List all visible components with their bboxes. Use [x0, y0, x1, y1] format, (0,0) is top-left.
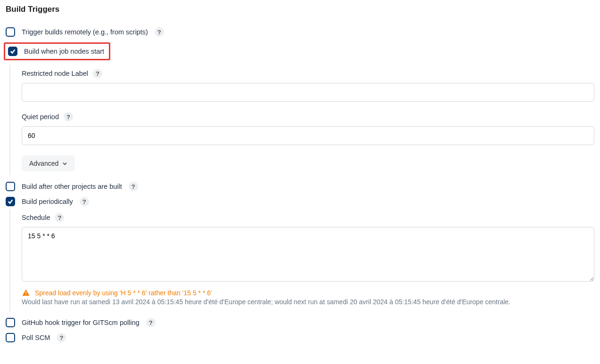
quiet-period-row: Quiet period ? — [22, 112, 594, 121]
trigger-github-hook-row: GitHub hook trigger for GITScm polling ? — [6, 318, 594, 327]
chevron-down-icon — [62, 161, 67, 166]
schedule-label: Schedule — [22, 214, 50, 221]
schedule-info: Would last have run at samedi 13 avril 2… — [22, 298, 594, 306]
trigger-poll-scm-label: Poll SCM — [22, 334, 50, 341]
advanced-button[interactable]: Advanced — [22, 155, 75, 171]
schedule-warning: Spread load evenly by using 'H 5 * * 6' … — [22, 289, 594, 297]
schedule-textarea[interactable] — [22, 227, 594, 282]
help-icon[interactable]: ? — [80, 197, 89, 206]
help-icon[interactable]: ? — [57, 333, 66, 342]
section-title: Build Triggers — [6, 5, 594, 14]
warning-icon — [22, 289, 30, 297]
trigger-nodes-start-highlight: Build when job nodes start — [4, 42, 110, 60]
help-icon[interactable]: ? — [129, 182, 138, 191]
svg-rect-0 — [25, 291, 26, 294]
trigger-after-projects-label: Build after other projects are built — [22, 183, 122, 190]
restricted-node-label: Restricted node Label — [22, 70, 88, 77]
restricted-node-input[interactable] — [22, 83, 594, 102]
trigger-after-projects-checkbox[interactable] — [6, 182, 15, 191]
trigger-poll-scm-checkbox[interactable] — [6, 333, 15, 342]
trigger-nodes-start-checkbox[interactable] — [8, 47, 17, 56]
trigger-remote-label: Trigger builds remotely (e.g., from scri… — [22, 28, 148, 36]
quiet-period-label: Quiet period — [22, 113, 59, 121]
trigger-poll-scm-row: Poll SCM ? — [6, 333, 594, 342]
trigger-remote-row: Trigger builds remotely (e.g., from scri… — [6, 27, 594, 37]
trigger-periodically-label: Build periodically — [22, 198, 73, 205]
trigger-nodes-start-label: Build when job nodes start — [24, 48, 104, 55]
help-icon[interactable]: ? — [64, 112, 73, 121]
trigger-after-projects-row: Build after other projects are built ? — [6, 182, 594, 191]
trigger-github-hook-label: GitHub hook trigger for GITScm polling — [22, 319, 140, 326]
trigger-periodically-row: Build periodically ? — [6, 197, 594, 206]
help-icon[interactable]: ? — [146, 318, 156, 327]
quiet-period-input[interactable] — [22, 126, 594, 145]
schedule-warning-text: Spread load evenly by using 'H 5 * * 6' … — [35, 289, 212, 297]
trigger-github-hook-checkbox[interactable] — [6, 318, 15, 327]
schedule-label-row: Schedule ? — [22, 213, 594, 222]
trigger-remote-checkbox[interactable] — [6, 27, 15, 37]
help-icon[interactable]: ? — [93, 69, 102, 78]
svg-rect-1 — [25, 294, 26, 295]
nodes-start-panel: Restricted node Label ? Quiet period ? A… — [9, 65, 594, 175]
help-icon[interactable]: ? — [55, 213, 64, 222]
periodically-panel: Schedule ? Spread load evenly by using '… — [9, 209, 594, 311]
restricted-label-row: Restricted node Label ? — [22, 69, 594, 78]
advanced-button-label: Advanced — [29, 160, 58, 167]
help-icon[interactable]: ? — [155, 27, 164, 37]
trigger-periodically-checkbox[interactable] — [6, 197, 15, 206]
